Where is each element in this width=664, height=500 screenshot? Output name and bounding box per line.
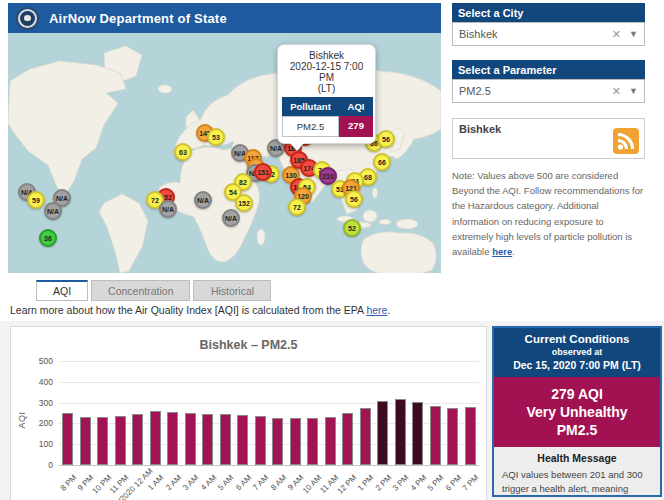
health-message-block: Health Message AQI values between 201 an… [494, 447, 660, 497]
chart-bar[interactable] [132, 414, 143, 465]
chart-bar[interactable] [377, 401, 388, 465]
map-marker-n-a[interactable]: N/A [222, 209, 240, 227]
chart-bar[interactable] [62, 413, 73, 465]
page-title: AirNow Department of State [49, 11, 227, 26]
map-marker-63[interactable]: 63 [174, 143, 192, 161]
chart-bar[interactable] [272, 418, 283, 465]
learn-more-text: Learn more about how the Air Quality Ind… [10, 304, 390, 316]
popup-table: Pollutant AQI PM2.5 279 [282, 97, 373, 137]
map-marker-56[interactable]: 56 [377, 130, 395, 148]
popup-timezone: (LT) [282, 83, 371, 94]
app-header: AirNow Department of State [8, 3, 441, 33]
chart-bar[interactable] [447, 408, 458, 465]
chart-bar[interactable] [150, 411, 161, 465]
map-marker-66[interactable]: 66 [373, 153, 391, 171]
tab-concentration[interactable]: Concentration [91, 280, 190, 301]
chart-bar[interactable] [430, 406, 441, 465]
note-here-link[interactable]: here [492, 246, 512, 257]
health-message-text: AQI values between 201 and 300 trigger a… [502, 468, 652, 497]
chart-gridline [59, 465, 479, 466]
map-marker-56[interactable]: 56 [345, 190, 363, 208]
parameter-select-value: PM2.5 [459, 85, 612, 97]
chart-bar[interactable] [342, 413, 353, 465]
chevron-down-icon[interactable]: ▼ [629, 29, 638, 39]
map-marker-151[interactable]: 151 [254, 163, 272, 181]
aqi-note: Note: Values above 500 are considered Be… [452, 168, 645, 259]
chart-gridline [59, 382, 479, 383]
sidebar: Select a City Bishkek ✕ ▼ Select a Param… [452, 3, 645, 259]
map-marker-n-a[interactable]: N/A [159, 200, 177, 218]
chart-bar[interactable] [115, 416, 126, 465]
rss-feed-icon[interactable] [613, 128, 639, 154]
bottom-section: Bishkek – PM2.5 AQI 01002003004005008 PM… [0, 321, 664, 500]
view-tabs: AQI Concentration Historical [36, 280, 271, 301]
current-conditions-panel: Current Conditions observed at Dec 15, 2… [492, 326, 662, 497]
map-marker-n-a[interactable]: N/A [194, 191, 212, 209]
chart-bar[interactable] [80, 417, 91, 465]
health-message-title: Health Message [502, 452, 652, 464]
chart-bar[interactable] [202, 414, 213, 465]
map-popup: Bishkek 2020-12-15 7:00 PM (LT) Pollutan… [277, 44, 376, 144]
chart-bar[interactable] [255, 416, 266, 465]
map-marker-72[interactable]: 72 [288, 198, 306, 216]
select-city-header: Select a City [452, 3, 645, 22]
feed-city-label: Bishkek [459, 123, 638, 135]
aqi-category: Very Unhealthy [496, 403, 658, 421]
department-of-state-seal-icon [16, 7, 39, 30]
chart-bar[interactable] [307, 418, 318, 465]
chevron-down-icon[interactable]: ▼ [629, 86, 638, 96]
observed-date: Dec 15, 2020 7:00 PM (LT) [496, 359, 658, 371]
tab-historical[interactable]: Historical [193, 280, 271, 301]
tab-aqi[interactable]: AQI [36, 280, 88, 301]
current-conditions-header: Current Conditions observed at Dec 15, 2… [494, 328, 660, 377]
y-axis-tick: 300 [23, 398, 53, 408]
learn-more-prefix: Learn more about how the Air Quality Ind… [10, 304, 366, 316]
popup-city: Bishkek [282, 50, 371, 61]
y-axis-tick: 200 [23, 418, 53, 428]
city-select[interactable]: Bishkek ✕ ▼ [452, 22, 645, 46]
chart-bar[interactable] [167, 412, 178, 465]
airnow-page: AirNow Department of State [0, 0, 664, 500]
chart-bar[interactable] [97, 417, 108, 465]
chart-bar[interactable] [465, 407, 476, 465]
city-select-value: Bishkek [459, 28, 612, 40]
popup-datetime: 2020-12-15 7:00 PM [282, 61, 371, 83]
aqi-value: 279 AQI [496, 385, 658, 403]
map-marker-36[interactable]: 36 [39, 229, 57, 247]
popup-pollutant-header: Pollutant [282, 97, 339, 116]
map-marker-53[interactable]: 53 [207, 128, 225, 146]
note-suffix: . [512, 246, 515, 257]
y-axis-tick: 0 [23, 460, 53, 470]
chart-bar[interactable] [237, 415, 248, 465]
clear-city-icon[interactable]: ✕ [612, 28, 621, 41]
city-feed-box: Bishkek [452, 118, 645, 159]
chart-gridline [59, 361, 479, 362]
map-basemap [8, 33, 441, 273]
chart-panel: Bishkek – PM2.5 AQI 01002003004005008 PM… [10, 326, 487, 500]
observed-at-label: observed at [496, 347, 658, 357]
chart-bar[interactable] [395, 399, 406, 465]
map-marker-n-a[interactable]: N/A [44, 202, 62, 220]
map-marker-59[interactable]: 59 [27, 191, 45, 209]
map-marker-52[interactable]: 52 [343, 219, 361, 237]
chart-bar[interactable] [220, 414, 231, 465]
chart-bar[interactable] [412, 402, 423, 465]
chart-bar[interactable] [290, 418, 301, 465]
y-axis-tick: 500 [23, 356, 53, 366]
select-parameter-header: Select a Parameter [452, 60, 645, 79]
chart-title: Bishkek – PM2.5 [11, 338, 486, 352]
clear-parameter-icon[interactable]: ✕ [612, 85, 621, 98]
world-map[interactable]: N/A59N/AN/A3615272N/A6314553N/AN/AN/A117… [8, 33, 441, 273]
epa-here-link[interactable]: here [366, 304, 387, 316]
chart-bar[interactable] [325, 417, 336, 465]
note-text: Note: Values above 500 are considered Be… [452, 170, 643, 257]
y-axis-tick: 400 [23, 377, 53, 387]
current-conditions-title: Current Conditions [496, 333, 658, 345]
map-marker-152[interactable]: 152 [235, 194, 253, 212]
chart-bar[interactable] [185, 413, 196, 465]
aqi-pollutant: PM2.5 [496, 421, 658, 439]
parameter-select[interactable]: PM2.5 ✕ ▼ [452, 79, 645, 103]
popup-pollutant-value: PM2.5 [282, 116, 339, 137]
popup-aqi-value: 279 [339, 116, 373, 137]
chart-bar[interactable] [360, 408, 371, 465]
